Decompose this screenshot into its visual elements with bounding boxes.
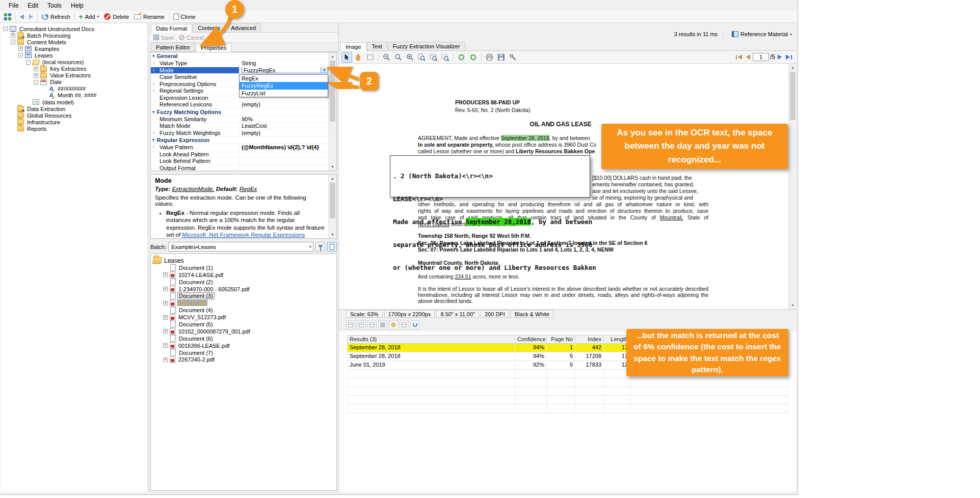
first-page-button[interactable] xyxy=(734,54,744,60)
category-fuzzy-matching-options[interactable]: ▾Fuzzy Matching Options xyxy=(151,108,328,116)
page-number-input[interactable] xyxy=(753,53,769,61)
property-row-look-behind-pattern[interactable]: Look Behind Pattern xyxy=(151,158,328,165)
select-cursor-icon[interactable] xyxy=(341,52,352,63)
expand-chevron-icon[interactable]: › xyxy=(153,61,154,66)
document-image-view[interactable]: PRODUCERS 88-PAID UP Rev. 5-60, No. 2 (N… xyxy=(339,64,797,310)
expand-icon[interactable]: + xyxy=(163,357,168,362)
tab-contents[interactable]: Contents xyxy=(193,23,225,32)
export-results-icon[interactable] xyxy=(378,320,387,329)
document-row[interactable]: Document (7) xyxy=(153,349,334,356)
column-confidence[interactable]: Confidence xyxy=(515,335,547,344)
category-general[interactable]: ▾General xyxy=(151,52,328,60)
tree-item-content-models[interactable]: -Content Models xyxy=(1,39,148,45)
help-panel-scrollbar[interactable]: ▲ ▼ xyxy=(328,175,336,238)
scrollbar-thumb[interactable] xyxy=(330,183,335,218)
expand-icon[interactable]: + xyxy=(11,33,15,38)
tree-item-examples[interactable]: +Examples xyxy=(1,45,148,52)
tab-text[interactable]: Text xyxy=(367,42,387,50)
tree-layout-button[interactable] xyxy=(2,12,14,21)
tab-image[interactable]: Image xyxy=(340,42,366,51)
tree-item-month-date-extractor[interactable]: AMonth ##, #### xyxy=(1,92,148,99)
save-button[interactable]: Save xyxy=(153,35,174,41)
refresh-button[interactable]: Refresh xyxy=(39,12,73,21)
tree-item-batch-processing[interactable]: +Batch Processing xyxy=(1,32,148,39)
tree-item-local-resources[interactable]: -(local resources) xyxy=(1,59,148,65)
tree-item-date[interactable]: -Date xyxy=(1,79,148,86)
pan-hand-icon[interactable] xyxy=(353,52,364,63)
next-page-button[interactable] xyxy=(776,54,783,60)
property-row-value-type[interactable]: ›Value TypeString xyxy=(151,60,328,67)
expand-chevron-icon[interactable]: › xyxy=(153,145,154,150)
scroll-up-icon[interactable]: ▲ xyxy=(329,52,336,60)
collapse-icon[interactable]: - xyxy=(34,80,38,85)
auto-size-columns-icon[interactable] xyxy=(357,320,366,329)
document-file-row[interactable]: +10274-LEASE.pdf xyxy=(153,271,334,279)
collapse-icon[interactable]: - xyxy=(3,26,8,31)
expand-icon[interactable]: + xyxy=(163,329,168,334)
clone-button[interactable]: Clone xyxy=(171,13,198,21)
expand-icon[interactable]: + xyxy=(18,46,23,51)
dotnet-regex-link[interactable]: Microsoft .Net Framework Regular Express… xyxy=(182,232,305,238)
delete-button[interactable]: Delete xyxy=(101,12,131,21)
tree-item-value-extractors[interactable]: +Value Extractors xyxy=(1,72,148,79)
scroll-down-icon[interactable]: ▼ xyxy=(789,301,797,309)
group-results-icon[interactable] xyxy=(367,320,377,329)
property-row-mode[interactable]: ›ModeFuzzyRegEx▾ xyxy=(151,67,328,74)
expand-icon[interactable]: + xyxy=(163,301,168,306)
menu-help[interactable]: Help xyxy=(66,1,88,10)
property-row-match-mode[interactable]: Match ModeLeastCost xyxy=(151,123,328,130)
tree-item-key-extractors[interactable]: +Key Extractors xyxy=(1,66,148,72)
column-results[interactable]: Results (3) xyxy=(347,335,515,344)
tab-properties[interactable]: Properties xyxy=(196,43,231,52)
document-row[interactable]: Document (6) xyxy=(153,335,334,342)
expand-icon[interactable]: + xyxy=(163,287,168,291)
property-row-output-format[interactable]: Output Format xyxy=(151,165,328,172)
expand-chevron-icon[interactable]: › xyxy=(153,81,154,87)
document-file-row[interactable]: +MCVV_512273.pdf xyxy=(153,314,334,321)
scroll-up-icon[interactable]: ▲ xyxy=(789,64,797,71)
collapse-icon[interactable]: - xyxy=(11,40,15,44)
dropdown-option-regex[interactable]: RegEx xyxy=(240,75,328,82)
scroll-up-icon[interactable]: ▲ xyxy=(329,175,336,182)
tree-item-root[interactable]: -Consultant Unstructured Docs xyxy=(1,25,148,32)
scrollbar-thumb[interactable] xyxy=(790,72,796,120)
mode-combo[interactable]: FuzzyRegEx▾ xyxy=(242,67,328,74)
type-link[interactable]: ExtractionMode, xyxy=(172,186,214,192)
column-page-no[interactable]: Page No xyxy=(547,335,575,344)
dropdown-option-fuzzylist[interactable]: FuzzyList xyxy=(240,90,328,97)
document-row-selected[interactable]: Document (3) xyxy=(153,292,334,299)
tab-advanced[interactable]: Advanced xyxy=(226,23,261,32)
rotate-right-icon[interactable] xyxy=(468,52,479,63)
scrollbar-thumb[interactable] xyxy=(330,61,335,122)
menu-file[interactable]: File xyxy=(4,1,23,10)
tree-item-infrastructure[interactable]: Infrastructure xyxy=(1,119,148,125)
combo-dropdown-icon[interactable]: ▾ xyxy=(321,67,328,73)
document-row[interactable]: Document (4) xyxy=(153,307,334,314)
collapse-icon[interactable]: - xyxy=(26,60,31,65)
zoom-fit-page-icon[interactable] xyxy=(416,52,427,63)
tree-item-data-model[interactable]: (data model) xyxy=(1,99,148,105)
batch-combo[interactable]: Examples•Leases▾ xyxy=(168,242,313,252)
add-button[interactable]: +Add▾ xyxy=(76,13,102,21)
property-row-value-pattern[interactable]: ›Value Pattern(@MonthNames) \d{2},? \d{4… xyxy=(151,144,328,151)
zoom-icon[interactable] xyxy=(393,52,404,63)
expand-icon[interactable]: + xyxy=(163,272,168,277)
tab-data-format[interactable]: Data Format xyxy=(151,24,192,33)
scale-segment[interactable]: Scale: 63% xyxy=(346,310,383,318)
property-row-fuzzy-match-weightings[interactable]: ›Fuzzy Match Weightings(empty) xyxy=(151,130,328,137)
reference-material-button[interactable]: Reference Material▾ xyxy=(729,30,794,38)
tab-pattern-editor[interactable]: Pattern Editor xyxy=(151,43,195,51)
expand-icon[interactable]: + xyxy=(34,73,38,78)
expand-chevron-icon[interactable]: › xyxy=(153,68,154,73)
viewer-scrollbar[interactable]: ▲ ▼ xyxy=(788,64,797,309)
scroll-down-icon[interactable]: ▼ xyxy=(329,231,336,238)
zoom-in-icon[interactable] xyxy=(405,52,415,63)
filter-button[interactable] xyxy=(315,242,325,252)
property-grid-scrollbar[interactable]: ▲ ▼ xyxy=(328,52,336,171)
document-file-row[interactable]: +1-234970-000 - 6052507.pdf xyxy=(153,286,334,293)
document-file-row[interactable]: +0016396-LEASE.pdf xyxy=(153,342,334,349)
property-row-look-ahead-pattern[interactable]: Look Ahead Pattern xyxy=(151,151,328,158)
document-file-row[interactable]: +10152_0000087279_001.pdf xyxy=(153,328,334,335)
document-row[interactable]: Document (1) xyxy=(153,264,334,271)
tree-item-global-resources[interactable]: Global Resources xyxy=(1,112,148,119)
